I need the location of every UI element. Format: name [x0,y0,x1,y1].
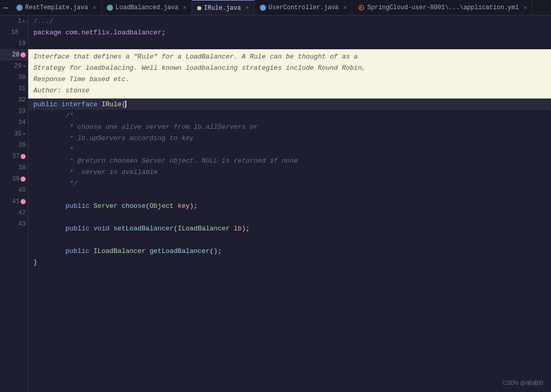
code-line-19 [28,38,551,49]
type-ilb-41: ILoadBalancer [93,247,149,255]
line-num-43: 43 [15,221,26,228]
tab-bar: — RestTemplate.java ✕ LoadBalanced.java … [0,0,551,15]
line-num-34: 34 [15,119,26,126]
paren-39: ( [174,225,178,232]
java-c-icon-3 [260,5,266,11]
semicolon-18: ; [162,29,166,36]
line-num-42: 42 [15,209,26,217]
comment-open: /* [33,112,73,120]
collapse-button[interactable]: — [0,0,11,15]
line-num-30: 30 [15,74,26,81]
param-lb-39: lb [234,225,242,232]
code-area[interactable]: /.../ package com.netflix.loadbalancer; … [28,15,551,392]
kw-public-41: public [65,247,93,255]
tab-load-balanced[interactable]: LoadBalanced.java ✕ [102,0,192,15]
gutter: 1 ▸ 18 19 28 29 ▾ 30 31 [0,15,28,392]
gutter-line-36: 36 [0,140,28,151]
tab-rest-template-label: RestTemplate.java [25,4,88,11]
tab-yaml-label: SpringCloud-user-8001\...\application.ym… [367,4,519,11]
line-num-28: 28 [9,51,20,58]
code-line-39: public void setLoadBalancer(ILoadBalance… [28,223,551,234]
code-line-43 [28,268,551,279]
brace-open: { [122,101,126,108]
line-num-41: 41 [9,198,20,205]
fold-1[interactable]: ▸ [23,18,26,24]
gutter-line-30: 30 [0,72,28,83]
gutter-line-41: 41 [0,196,28,207]
gutter-line-43: 43 [0,219,28,230]
tab-application-yaml[interactable]: SpringCloud-user-8001\...\application.ym… [352,0,533,15]
java-c-icon [16,5,23,11]
package-name: com.netflix.loadbalancer [65,29,161,36]
comment-33: * @return choosen Server object. NULL is… [33,157,298,165]
line-num-38: 38 [15,164,26,171]
paren-37: ( [145,202,149,210]
line-num-32: 32 [15,96,26,104]
line-num-33: 33 [15,108,26,115]
gutter-line-34: 34 [0,117,28,128]
java-c-icon-2 [107,5,113,11]
javadoc-line-4: Author: stonse [33,85,546,96]
gutter-line-40: 40 [0,185,28,196]
paren-41: (); [210,247,221,255]
line-num-19: 19 [15,40,26,47]
tab-rest-template[interactable]: RestTemplate.java ✕ [11,0,102,15]
line-num-39: 39 [9,175,20,183]
gutter-line-28: 28 [0,49,28,61]
line-num-35: 35 [11,130,22,138]
method-setlb: setLoadBalancer [113,225,174,232]
line-num-29: 29 [11,63,22,70]
code-line-37: public Server choose(Object key); [28,200,551,211]
paren-close-37: ); [189,202,198,210]
brace-close: } [33,259,37,266]
javadoc-block: Interface that defines a "Rule" for a Lo… [28,49,551,99]
tab-load-balanced-label: LoadBalanced.java [116,4,178,11]
kw-public-37: public [65,202,93,210]
code-line-36 [28,189,551,200]
gutter-line-31: 31 [0,83,28,94]
comment-30: * choose one alive server from lb.allSer… [33,123,258,131]
tab-user-controller-label: UserController.java [269,4,339,11]
tab-user-controller-close[interactable]: ✕ [344,5,347,11]
gutter-line-39: 39 [0,173,28,185]
code-line-1: /.../ [28,15,551,27]
line-num-18: 18 [8,29,18,36]
kw-interface: interface [62,101,102,108]
tab-load-balanced-close[interactable]: ✕ [183,5,186,11]
gutter-line-29: 29 ▾ [0,61,28,72]
type-server-37: Server [93,202,122,210]
tab-irule[interactable]: IRule.java ✕ [192,0,255,15]
code-line-29: /* [28,110,551,121]
tab-user-controller[interactable]: UserController.java ✕ [255,0,352,15]
code-line-35: */ [28,178,551,189]
cursor-28 [125,101,126,108]
indent-41 [33,247,65,255]
tab-irule-close[interactable]: ✕ [245,5,249,11]
line-num-36: 36 [15,142,26,149]
iface-name: IRule [102,101,122,108]
comment-35: */ [33,180,78,187]
comment-32: * [33,146,73,153]
javadoc-line-1: Interface that defines a "Rule" for a Lo… [33,51,546,63]
breakpoint-28 [21,52,26,57]
paren-close-39: ); [242,225,250,232]
watermark: CSDN @倾城00 [502,379,543,387]
gutter-line-37: 37 [0,151,28,162]
gutter-line-1: 1 ▸ [0,15,28,27]
param-key: key [178,202,189,210]
comment-31: * lb.upServers according to key [33,134,194,142]
code-line-32: * [28,144,551,155]
code-line-42: } [28,257,551,268]
fold-35[interactable]: ▾ [23,131,26,137]
tab-irule-label: IRule.java [204,5,241,12]
dots-1: /.../ [33,17,58,25]
javadoc-line-2: Strategy for loadbalacing. Well known lo… [33,63,546,74]
tab-yaml-close[interactable]: ✕ [523,5,527,11]
tab-rest-template-close[interactable]: ✕ [92,5,96,11]
gutter-line-38: 38 [0,162,28,173]
breakpoint-39 [21,177,26,182]
javadoc-line-3: Response Time based etc. [33,74,546,85]
gutter-line-33: 33 [0,106,28,117]
fold-29[interactable]: ▾ [23,63,26,69]
code-line-40 [28,234,551,245]
